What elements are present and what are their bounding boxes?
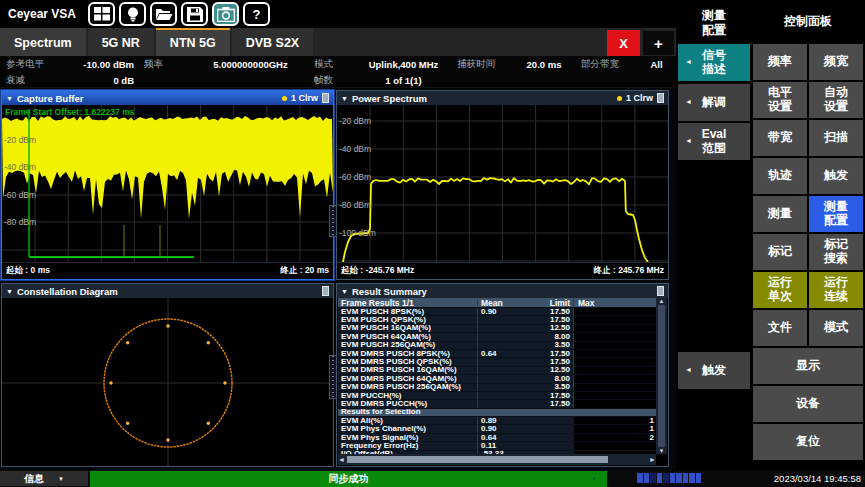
cell-limit: 17.50 [530,392,574,400]
windows-menu-button[interactable] [88,2,115,26]
scroll-left-icon[interactable]: ◄ [338,456,345,463]
sidebar-item-trigger[interactable]: ◄触发 [678,352,750,389]
frequency-label: 频率 [138,58,193,71]
frames-value[interactable]: 1 of 1(1) [356,75,451,86]
help-button[interactable]: ? [243,2,270,26]
sync-status-bar[interactable]: 同步成功 ▼ [90,471,607,487]
horizontal-scrollbar[interactable]: ◄ ► [338,454,656,465]
cell-limit: 17.50 [530,350,574,358]
sidebar-item-eval-range[interactable]: ◄Eval 范围 [678,123,750,160]
sidebar-button-9[interactable]: 测量 配置 [809,196,863,232]
cell-name: EVM DMRS PUSCH QPSK(%) [338,358,478,366]
camera-icon [217,7,235,22]
column-header[interactable]: Limit [530,299,574,307]
sidebar-button-2[interactable]: 电平 设置 [753,82,807,118]
info-dropdown[interactable]: 信息 ▼ [0,471,88,486]
y-axis-label: -40 dBm [339,144,371,154]
x-start-label: 起始 : 0 ms [6,265,50,277]
attenuation-value[interactable]: 0 dB [70,75,138,86]
panel-title: Power Spectrum [352,93,427,104]
cell-max [574,400,656,407]
ref-level-value[interactable]: -10.00 dBm [70,59,138,70]
sidebar-item-label: 信号 描述 [702,49,726,77]
sidebar-button-10[interactable]: 标记 [753,234,807,270]
constellation-point [166,324,169,327]
screenshot-button[interactable] [212,2,239,26]
panel-menu-icon[interactable] [657,93,664,103]
capture-time-label: 捕获时间 [451,58,513,71]
sidebar-button-13[interactable]: 运行 连续 [809,272,863,308]
cell-max [574,333,656,340]
panel-menu-icon[interactable] [322,93,329,103]
y-axis-label: -80 dBm [339,200,371,210]
splitter-handle[interactable] [329,205,337,237]
progress-segment [663,473,669,483]
close-tab-button[interactable]: X [607,30,640,56]
scroll-up-icon[interactable]: ▲ [659,298,665,304]
capture-buffer-plot[interactable]: Frame Start Offset: 1.622237 ms -20 dBm … [2,105,333,262]
sidebar-button-12[interactable]: 运行 单次 [753,272,807,308]
sidebar-button-0[interactable]: 频率 [753,44,807,80]
add-tab-button[interactable]: + [642,30,675,56]
sidebar-item-signal-description[interactable]: ◄信号 描述 [678,44,750,81]
cell-max [574,367,656,374]
trace-legend: 1 Clrw [291,93,318,103]
power-spectrum-header[interactable]: ▼ Power Spectrum 1 Clrw [337,91,668,105]
tab-5g-nr[interactable]: 5G NR [88,28,154,56]
sidebar-button-wide-0[interactable]: 显示 [753,348,863,384]
sidebar-button-label: 运行 单次 [768,276,792,304]
cell-mean: 0.64 [478,350,530,358]
splitter-handle[interactable] [329,355,337,399]
sidebar-item-demod[interactable]: ◄解调 [678,84,750,121]
sidebar-button-5[interactable]: 扫描 [809,120,863,156]
column-header[interactable]: Frame Results 1/1 [338,299,478,307]
cell-limit: 3.50 [530,341,574,349]
panel-menu-icon[interactable] [657,286,664,296]
open-file-button[interactable] [150,2,177,26]
sidebar-button-3[interactable]: 自动 设置 [809,82,863,118]
y-axis-label: -40 dBm [4,162,36,172]
cell-name: EVM PUSCH QPSK(%) [338,316,478,324]
tab-ntn-5g[interactable]: NTN 5G [156,28,230,56]
vertical-scrollbar[interactable]: ▲ ▼ [656,298,667,454]
scroll-down-icon[interactable]: ▼ [659,448,665,454]
tab-spectrum[interactable]: Spectrum [0,28,86,56]
sidebar-button-label: 文件 [768,321,792,335]
panel-menu-icon[interactable] [322,286,329,296]
partial-bw-value[interactable]: All [637,59,676,70]
sidebar-button-15[interactable]: 模式 [809,310,863,346]
mode-value[interactable]: Uplink,400 MHz [356,59,451,70]
scroll-right-icon[interactable]: ► [649,456,656,463]
capture-time-value[interactable]: 20.0 ms [513,59,575,70]
tab-dvb-s2x[interactable]: DVB S2X [232,28,314,56]
constellation-header[interactable]: ▼ Constellation Diagram [2,284,333,298]
sidebar-button-7[interactable]: 触发 [809,158,863,194]
scrollbar-thumb[interactable] [658,305,665,447]
column-header[interactable]: Max [574,298,656,307]
sidebar-button-wide-1[interactable]: 设备 [753,386,863,422]
save-button[interactable] [181,2,208,26]
power-spectrum-plot[interactable]: -20 dBm -40 dBm -60 dBm -80 dBm -100 dBm [337,105,668,262]
capture-buffer-header[interactable]: ▼ Capture Buffer 1 Clrw [2,91,333,105]
sidebar-button-1[interactable]: 频宽 [809,44,863,80]
sidebar-button-4[interactable]: 带宽 [753,120,807,156]
cell-name: EVM PUSCH 256QAM(%) [338,341,478,349]
sidebar-button-wide-2[interactable]: 复位 [753,424,863,460]
sidebar-button-11[interactable]: 标记 搜索 [809,234,863,270]
panels-area: ▼ Capture Buffer 1 Clrw Frame Start Offs… [0,88,676,470]
preset-button[interactable] [119,2,146,26]
frequency-value[interactable]: 5.000000000GHz [193,59,308,70]
sidebar-button-label: 频宽 [824,55,848,69]
sidebar-button-14[interactable]: 文件 [753,310,807,346]
sidebar-button-6[interactable]: 轨迹 [753,158,807,194]
cell-max [574,350,656,357]
scrollbar-thumb[interactable] [347,456,608,463]
sidebar: 测量 配置 控制面板 ◄信号 描述◄解调◄Eval 范围◄触发 频率频宽电平 设… [676,0,865,470]
sidebar-button-label: 运行 连续 [824,276,848,304]
column-header[interactable]: Mean [478,299,530,307]
sidebar-button-8[interactable]: 测量 [753,196,807,232]
sidebar-right-header: 控制面板 [753,14,863,29]
cell-mean: 0.90 [478,425,530,433]
constellation-plot[interactable] [2,298,333,466]
result-summary-header[interactable]: ▼ Result Summary [337,284,668,298]
